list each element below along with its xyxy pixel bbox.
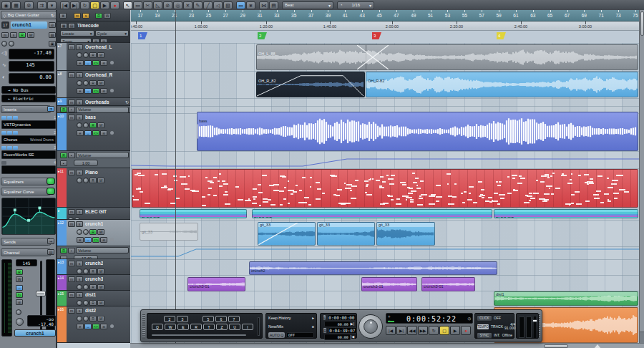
sends-section-header[interactable]: Sends: [1, 238, 52, 246]
locate-select[interactable]: Locate▾: [60, 30, 94, 37]
solo-button[interactable]: s: [76, 276, 83, 282]
pan-display[interactable]: 0.00: [9, 73, 54, 84]
virtual-key-Z[interactable]: Z: [216, 324, 228, 330]
track-row-dist1[interactable]: ▸15msdist1RW: [57, 291, 130, 306]
play-button[interactable]: ▶: [100, 1, 109, 9]
automation-param[interactable]: Volume: [76, 247, 129, 253]
erase-tool[interactable]: ⊘: [163, 1, 172, 9]
folder-event-elec-git-1[interactable]: ELEC GIT: [140, 209, 247, 218]
midi-event-piano[interactable]: [132, 169, 638, 208]
snap-on-off-button[interactable]: ⋈: [259, 1, 268, 9]
marker-lane[interactable]: 1234: [131, 31, 639, 43]
time-format-icon[interactable]: ◷: [468, 316, 471, 322]
virtual-key-T[interactable]: T: [203, 324, 215, 330]
record-button[interactable]: ●: [461, 326, 471, 335]
draw-tool[interactable]: ✎: [193, 1, 203, 9]
write-automation-button[interactable]: W: [27, 32, 34, 38]
right-locator-display[interactable]: 0:04:39:07: [328, 327, 357, 334]
write-button[interactable]: W: [97, 300, 104, 306]
track-row-overhead-l[interactable]: ▸7msOverhead_LRWe↔<>≋: [57, 43, 130, 71]
read-button[interactable]: R: [89, 178, 97, 183]
object-selection-tool[interactable]: ↖: [123, 1, 132, 9]
eq-bypass-button[interactable]: <>: [92, 130, 99, 136]
audio-record-mode[interactable]: Keep History: [268, 316, 291, 320]
solo-button[interactable]: s: [76, 209, 83, 215]
channel-pan-display[interactable]: 145: [16, 259, 37, 266]
rewind-button[interactable]: ◀◀: [407, 326, 417, 335]
audio-event-git-33-3[interactable]: git_33: [376, 222, 435, 246]
eq-bypass-button[interactable]: <>: [92, 237, 99, 243]
insert-edit-icon[interactable]: [1, 146, 6, 150]
mute-button[interactable]: m: [68, 170, 75, 175]
track-row-bass[interactable]: ▸10msbassRWe↔<>≋: [57, 113, 130, 151]
quantize-select[interactable]: ◔1/16▾: [337, 1, 374, 9]
cycle-button[interactable]: ↻: [429, 326, 439, 335]
mute-button[interactable]: m: [68, 72, 75, 78]
stop-button[interactable]: ▢: [439, 326, 449, 335]
mute-button[interactable]: m: [68, 209, 75, 215]
mute-button[interactable]: m: [1, 32, 9, 38]
eq-bypass-button[interactable]: <>: [92, 324, 99, 329]
record-enable-button[interactable]: [77, 316, 82, 322]
edit-channel-button[interactable]: e: [77, 60, 84, 66]
cycle-button[interactable]: ↻: [80, 1, 89, 9]
vzoom-buttons[interactable]: [640, 332, 644, 343]
insert-onoff-icon[interactable]: [7, 131, 12, 135]
input-routing[interactable]: → No Bus: [1, 86, 56, 94]
sends-bypass-button[interactable]: ≋: [100, 237, 107, 243]
monitor-button[interactable]: [83, 229, 89, 235]
crossfade-button[interactable]: ⋇: [246, 1, 255, 9]
tempo-button[interactable]: TEMPO: [477, 324, 489, 330]
color-tool[interactable]: ▧: [223, 1, 233, 9]
insert-onoff-icon[interactable]: [7, 146, 12, 150]
bars-ruler[interactable]: 1719212325272931333537394143454749515355…: [131, 10, 639, 21]
audio-event-crunch3-1[interactable]: crunch3-01: [187, 277, 245, 291]
virtual-key-6[interactable]: 6: [215, 316, 227, 322]
delay-display[interactable]: 145: [9, 61, 54, 72]
cycle-select[interactable]: Cycle▾: [95, 30, 130, 37]
write-button[interactable]: W: [97, 80, 104, 86]
write-button[interactable]: W: [97, 52, 104, 58]
sends-bypass-button[interactable]: ≋: [100, 60, 107, 66]
record-enable-button[interactable]: [77, 80, 82, 86]
left-locator-display[interactable]: 0:00:00:00: [328, 314, 356, 321]
insert-slot-2[interactable]: ChorusWeined Drums: [1, 135, 56, 144]
marker-flag[interactable]: 4: [497, 32, 506, 39]
forward-button[interactable]: ▶▶: [418, 326, 428, 335]
constrain-compensation-button[interactable]: ⊚: [24, 1, 34, 9]
read-button[interactable]: R: [89, 316, 97, 322]
autoscroll-options-button[interactable]: ▾: [47, 1, 57, 9]
sync-button[interactable]: SYNC: [477, 332, 492, 339]
audio-event-crunch2[interactable]: crunch2: [249, 261, 497, 275]
read-all-button[interactable]: R: [95, 13, 102, 19]
edit-channel-button[interactable]: e: [77, 88, 84, 94]
write-button[interactable]: W: [97, 178, 104, 183]
track-row-timecode[interactable]: ▦▤TimecodeLocate▾Cycle▾Zoom▾▥▥: [57, 21, 130, 43]
solo-button[interactable]: s: [10, 32, 17, 38]
track-row-elec-git[interactable]: ▸msELEC GIT: [57, 208, 130, 220]
track-row-volume[interactable]: R▪Volume: [57, 106, 130, 113]
insert-slot-4[interactable]: [1, 165, 56, 174]
marker-flag[interactable]: 3: [372, 32, 381, 39]
record-enable-button[interactable]: [77, 269, 82, 274]
record-enable-button[interactable]: [77, 178, 82, 183]
insert-bypass-button[interactable]: ↔: [84, 88, 92, 94]
monitor-button[interactable]: [83, 316, 89, 322]
track-row-crunch1[interactable]: ▸12mscrunch1RWe↔<>≋: [57, 220, 130, 246]
auto-fades-button[interactable]: ▨: [49, 32, 56, 38]
glue-tool[interactable]: ◺: [153, 1, 162, 9]
edit-channel-button[interactable]: ⊘: [49, 22, 56, 28]
timecode-icon[interactable]: ▦: [60, 23, 67, 29]
solo-button[interactable]: s: [76, 44, 83, 50]
audio-event-git-33-2[interactable]: git_33: [317, 222, 375, 246]
eq-curve-graph[interactable]: [1, 198, 56, 235]
track-name-field[interactable]: crunch1: [11, 21, 47, 29]
virtual-key-I[interactable]: I: [242, 324, 253, 330]
insert-slot-3[interactable]: RoomWorks SE: [1, 150, 56, 159]
write-button[interactable]: W: [97, 269, 104, 274]
write-button[interactable]: W: [97, 229, 104, 235]
solo-button[interactable]: s: [76, 170, 83, 175]
channel-fader-handle[interactable]: [36, 291, 46, 296]
sends-bypass-button[interactable]: ≋: [100, 88, 107, 94]
record-button[interactable]: ●: [110, 1, 119, 9]
